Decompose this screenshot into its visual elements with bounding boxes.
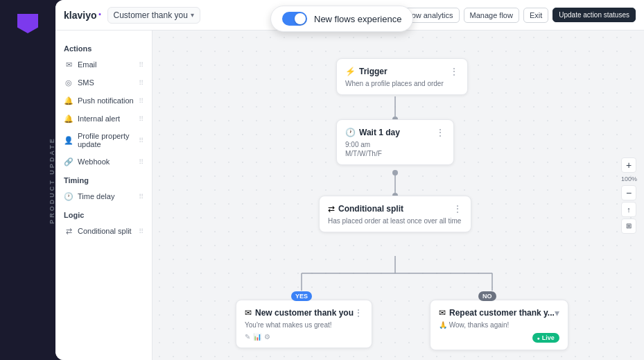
flows-toggle-popup: New flows experience xyxy=(270,6,413,32)
new-customer-icons-row: ✎ 📊 ⚙ xyxy=(245,333,363,341)
chevron-down-icon: ▾ xyxy=(191,11,194,19)
trigger-subtitle: When a profile places and order xyxy=(345,80,459,87)
repeat-customer-email-icon: ✉ xyxy=(439,308,446,318)
panel-item-sms-label: SMS xyxy=(78,78,94,87)
flow-selector[interactable]: Customer thank you ▾ xyxy=(107,7,200,24)
drag-handle-profile[interactable]: ⠿ xyxy=(139,137,143,144)
split-icon: ⇄ xyxy=(328,204,335,214)
no-badge: NO xyxy=(478,291,496,301)
yes-badge-container: YES xyxy=(291,289,312,301)
repeat-customer-title: Repeat customer thank y... xyxy=(449,308,555,318)
panel-item-webhook[interactable]: 🔗 Webhook ⠿ xyxy=(55,153,152,171)
edit-icon: ✎ xyxy=(245,333,250,341)
new-customer-email-icon: ✉ xyxy=(245,308,252,318)
profile-icon: 👤 xyxy=(64,135,73,145)
panel-item-conditional-split[interactable]: ⇄ Conditional split ⠿ xyxy=(55,222,152,240)
panel-item-push[interactable]: 🔔 Push notification ⠿ xyxy=(55,92,152,110)
conditional-split-node[interactable]: ⇄ Conditional split ⋮ Has placed order a… xyxy=(319,196,471,232)
yes-badge: YES xyxy=(291,291,312,301)
left-sidebar: PRODUCT UPDATE xyxy=(0,0,55,360)
zoom-out-button[interactable]: − xyxy=(621,185,636,200)
settings-icon: ⚙ xyxy=(264,333,270,341)
timing-section-title: Timing xyxy=(55,171,152,187)
panel-item-email[interactable]: ✉ Email ⠿ xyxy=(55,55,152,74)
logo-area xyxy=(15,11,40,36)
sms-icon: ◎ xyxy=(64,78,73,87)
update-action-statuses-button[interactable]: Update action statuses xyxy=(552,8,636,22)
manage-flow-button[interactable]: Manage flow xyxy=(464,8,519,23)
zoom-controls: + 100% − ↑ ⊞ xyxy=(621,157,637,234)
panel-item-email-label: Email xyxy=(78,60,97,69)
panel-item-profile-label: Profile property update xyxy=(78,132,139,148)
drag-handle-email[interactable]: ⠿ xyxy=(139,61,143,69)
drag-handle-split[interactable]: ⠿ xyxy=(139,228,143,235)
zoom-percent-label: 100% xyxy=(621,174,637,184)
panel-item-alert-label: Internal alert xyxy=(78,114,120,123)
trigger-icon: ⚡ xyxy=(345,67,356,76)
brand-name: klaviyo· xyxy=(64,8,102,22)
new-customer-menu-icon[interactable]: ⋮ xyxy=(354,307,363,318)
wait-title: Wait 1 day xyxy=(359,128,400,137)
split-title: Conditional split xyxy=(338,204,403,214)
wait-menu-icon[interactable]: ⋮ xyxy=(435,127,445,138)
trigger-menu-icon[interactable]: ⋮ xyxy=(449,66,459,77)
toggle-knob xyxy=(295,13,306,24)
alert-icon: 🔔 xyxy=(64,114,73,123)
panel-item-push-label: Push notification xyxy=(78,96,134,105)
repeat-customer-node[interactable]: ✉ Repeat customer thank y... ▾ 🙏 Wow, th… xyxy=(430,300,568,350)
panel-item-webhook-label: Webhook xyxy=(78,157,110,166)
grid-toggle-button[interactable]: ⊞ xyxy=(621,218,636,234)
live-badge: Live xyxy=(532,333,559,343)
flows-toggle-label: New flows experience xyxy=(314,14,401,24)
flow-nodes-layer: ⚡ Trigger ⋮ When a profile places and or… xyxy=(153,31,644,360)
flow-canvas: ⚡ Trigger ⋮ When a profile places and or… xyxy=(153,31,644,360)
left-panel: Actions ✉ Email ⠿ ◎ SMS ⠿ 🔔 Push notific… xyxy=(55,31,153,360)
trigger-node[interactable]: ⚡ Trigger ⋮ When a profile places and or… xyxy=(336,58,468,95)
panel-item-sms[interactable]: ◎ SMS ⠿ xyxy=(55,74,152,92)
logic-section-title: Logic xyxy=(55,205,152,222)
product-update-label: PRODUCT UPDATE xyxy=(49,137,55,223)
push-icon: 🔔 xyxy=(64,96,73,105)
new-customer-title: New customer thank you xyxy=(255,308,354,318)
time-delay-icon: 🕐 xyxy=(64,191,73,201)
conditional-split-icon: ⇄ xyxy=(64,226,73,236)
panel-item-internal-alert[interactable]: 🔔 Internal alert ⠿ xyxy=(55,110,152,128)
drag-handle-sms[interactable]: ⠿ xyxy=(139,79,143,87)
split-subtitle: Has placed order at least once over all … xyxy=(328,217,462,225)
main-content: klaviyo· Customer thank you ▾ New flows … xyxy=(55,0,644,360)
panel-item-time-delay[interactable]: 🕐 Time delay ⠿ xyxy=(55,187,152,205)
new-customer-node[interactable]: ✉ New customer thank you ⋮ You're what m… xyxy=(236,300,372,348)
wait-node[interactable]: 🕐 Wait 1 day ⋮ 9:00 am M/T/W/Th/F xyxy=(336,119,454,165)
drag-handle-push[interactable]: ⠿ xyxy=(139,97,143,105)
repeat-customer-menu-icon[interactable]: ▾ xyxy=(555,307,559,318)
topbar: klaviyo· Customer thank you ▾ New flows … xyxy=(55,0,644,31)
wait-subtitle-1: 9:00 am xyxy=(345,141,445,148)
panel-item-time-delay-label: Time delay xyxy=(78,192,114,200)
trigger-title: Trigger xyxy=(359,67,388,76)
drag-handle-alert[interactable]: ⠿ xyxy=(139,115,143,123)
email-icon: ✉ xyxy=(64,60,73,69)
topbar-right: Show analytics Manage flow Exit Update a… xyxy=(396,8,636,23)
split-menu-icon[interactable]: ⋮ xyxy=(453,203,462,214)
content-area: Actions ✉ Email ⠿ ◎ SMS ⠿ 🔔 Push notific… xyxy=(55,31,644,360)
flow-name: Customer thank you xyxy=(114,10,188,20)
new-customer-subtitle: You're what makes us great! xyxy=(245,321,363,329)
repeat-customer-subtitle: 🙏 Wow, thanks again! xyxy=(439,321,559,329)
wait-icon: 🕐 xyxy=(345,128,356,137)
zoom-in-button[interactable]: + xyxy=(621,157,636,173)
webhook-icon: 🔗 xyxy=(64,157,73,166)
drag-handle-time-delay[interactable]: ⠿ xyxy=(139,193,143,200)
klaviyo-logo-icon xyxy=(17,14,38,33)
wait-subtitle-2: M/T/W/Th/F xyxy=(345,150,445,157)
no-badge-container: NO xyxy=(478,289,496,301)
exit-button[interactable]: Exit xyxy=(523,8,548,23)
actions-section-title: Actions xyxy=(55,39,152,55)
panel-item-profile-update[interactable]: 👤 Profile property update ⠿ xyxy=(55,128,152,153)
panel-item-conditional-split-label: Conditional split xyxy=(78,227,132,235)
new-flows-toggle[interactable] xyxy=(282,12,307,26)
fit-view-button[interactable]: ↑ xyxy=(621,202,636,217)
drag-handle-webhook[interactable]: ⠿ xyxy=(139,158,143,166)
stats-icon: 📊 xyxy=(253,333,261,341)
